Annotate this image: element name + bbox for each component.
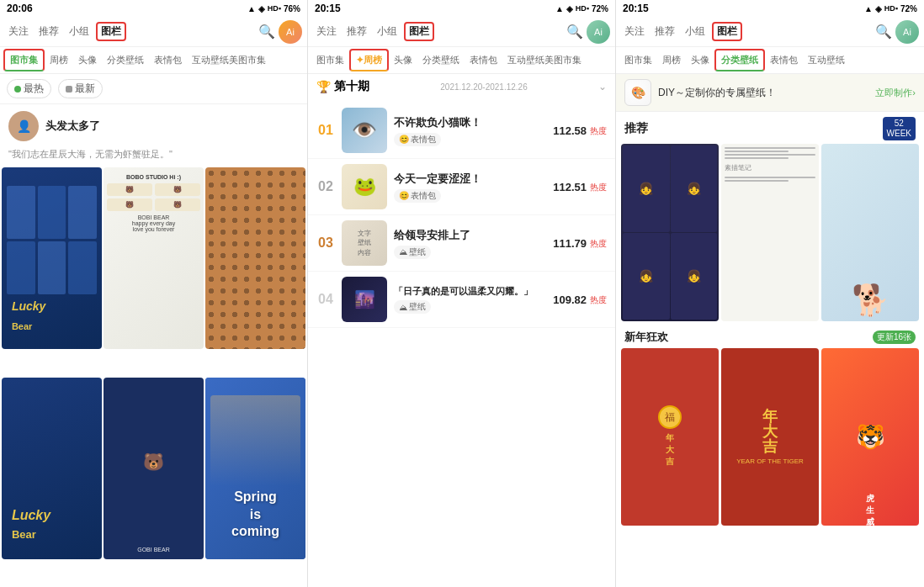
tab-market-3[interactable]: 图市集: [619, 50, 657, 70]
rank-item-2[interactable]: 02 🐸 今天一定要涩涩！ 😊 表情包 112.51 热度: [308, 159, 615, 215]
status-bar-1: 20:06 ▲ ◈ HD▪ 76%: [0, 0, 307, 17]
ny-cell-3[interactable]: 🐯 虎生威: [821, 348, 919, 526]
avatar-2[interactable]: Ai: [587, 20, 610, 44]
rank-date: 2021.12.20-2021.12.26: [440, 82, 527, 92]
nav-recommend-1[interactable]: 推荐: [35, 23, 62, 40]
tab-sticker-1[interactable]: 表情包: [149, 50, 187, 70]
nav-gallery-2[interactable]: 图栏: [404, 22, 434, 41]
filter-new-1[interactable]: 最新: [58, 79, 103, 98]
nav-recommend-2[interactable]: 推荐: [343, 23, 370, 40]
tab-market-2[interactable]: 图市集: [311, 50, 349, 70]
panel-2: 20:15 ▲ ◈ HD▪ 72% 关注 推荐 小组 图栏 🔍 Ai 图市集 ✦…: [308, 0, 616, 587]
rank-hot-4: 热度: [590, 294, 607, 305]
rank-item-3[interactable]: 03 文字壁纸内容 给领导安排上了 ⛰ 壁纸 111.79 热度: [308, 215, 615, 272]
filter-hot-1[interactable]: 最热: [7, 79, 51, 98]
diy-make-button[interactable]: 立即制作: [875, 87, 912, 99]
diy-icon: 🎨: [624, 79, 651, 106]
rank-tag-3: ⛰ 壁纸: [394, 246, 431, 259]
rank-period-label: 第十期: [334, 79, 369, 94]
wp-cell-dog[interactable]: 🐕: [821, 144, 919, 321]
tiger-icon: 🐯: [856, 423, 885, 451]
nav-group-2[interactable]: 小组: [374, 23, 401, 40]
battery-icon-3: 72%: [900, 4, 917, 13]
mountain-icon: ⛰: [399, 247, 407, 256]
tab-sticker-2[interactable]: 表情包: [465, 50, 502, 70]
tab-interactive-1[interactable]: 互动壁纸美图市集: [187, 50, 271, 70]
nav-group-3[interactable]: 小组: [682, 23, 709, 40]
tab-row-1: 图市集 周榜 头像 分类壁纸 表情包 互动壁纸美图市集: [0, 47, 307, 74]
battery-icon: 76%: [284, 4, 300, 13]
image-lucky-bear[interactable]: Lucky Bear: [2, 167, 102, 349]
profile-row-1: 👤 头发太多了: [0, 104, 307, 148]
rank-num-4: 04: [316, 292, 335, 307]
new-sq-icon: [66, 86, 72, 93]
nav-follow-1[interactable]: 关注: [5, 23, 32, 40]
nav-group-1[interactable]: 小组: [66, 23, 93, 40]
diy-banner: 🎨 DIY～定制你的专属壁纸！ 立即制作 ›: [616, 74, 924, 112]
tab-avatar-3[interactable]: 头像: [686, 50, 714, 70]
status-icons-2: ▲ ◈ HD▪ 72%: [555, 4, 608, 13]
panel-1: 20:06 ▲ ◈ HD▪ 76% 关注 推荐 小组 图栏 🔍 Ai 图市集 周…: [0, 0, 308, 587]
tab-avatar-2[interactable]: 头像: [389, 50, 417, 70]
avatar-1[interactable]: Ai: [279, 20, 302, 44]
tab-avatar-1[interactable]: 头像: [73, 50, 102, 70]
image-lucky-bear-2[interactable]: Lucky Bear: [2, 378, 102, 559]
ny-header: 新年狂欢 更新16张: [621, 326, 919, 348]
rank-num-1: 01: [316, 123, 335, 138]
tab-weekly-3[interactable]: 周榜: [657, 50, 686, 70]
ny-cell-1[interactable]: 福 年大吉: [621, 348, 719, 526]
panel-3: 20:15 ▲ ◈ HD▪ 72% 关注 推荐 小组 图栏 🔍 Ai 图市集 周…: [616, 0, 924, 587]
wifi-icon-3: ◈: [875, 4, 882, 13]
trophy-icon: 🏆: [316, 80, 331, 93]
wifi-icon: ◈: [258, 4, 265, 13]
nav-gallery-1[interactable]: 图栏: [96, 22, 126, 41]
tab-row-2: 图市集 ✦周榜 头像 分类壁纸 表情包 互动壁纸美图市集: [308, 47, 615, 74]
tab-sticker-3[interactable]: 表情包: [765, 50, 803, 70]
image-spring[interactable]: Springiscoming: [205, 378, 305, 559]
time-2: 20:15: [315, 3, 341, 14]
wp-cell-anime[interactable]: 👧 👧 👧 👧: [621, 144, 719, 321]
tab-weekly-1[interactable]: 周榜: [45, 50, 73, 70]
avatar-3[interactable]: Ai: [895, 20, 919, 44]
tab-weekly-2[interactable]: ✦周榜: [349, 49, 389, 71]
tab-interactive-2[interactable]: 互动壁纸美图市集: [502, 50, 587, 70]
hd-icon-3: HD▪: [884, 4, 898, 13]
rank-item-1[interactable]: 01 👁️ 不许欺负小猫咪！ 😊 表情包 112.58 热度: [308, 103, 615, 159]
rank-header: 🏆 第十期 2021.12.20-2021.12.26 ⌄: [308, 74, 615, 99]
rank-num-3: 03: [316, 235, 335, 251]
nav-recommend-3[interactable]: 推荐: [651, 23, 678, 40]
nav-bar-2: 关注 推荐 小组 图栏 🔍 Ai: [308, 17, 615, 47]
image-bobo-bear[interactable]: BOBO STUDIO Hi :) 🐻 🐻 🐻 🐻 BOBI BEARhappy…: [104, 167, 204, 349]
nav-bar-1: 关注 推荐 小组 图栏 🔍 Ai: [0, 17, 307, 47]
rank-hot-3: 热度: [590, 237, 607, 249]
signal-icon-2: ▲: [555, 4, 564, 13]
ny-grid: 福 年大吉 年大吉 YEAR OF THE TIGER 🐯 虎生威: [621, 348, 919, 526]
rank-item-4[interactable]: 04 🌆 「日子真的是可以温柔又闪耀。」 ⛰ 壁纸 109.82 热度: [308, 272, 615, 328]
search-icon-3[interactable]: 🔍: [875, 24, 892, 40]
tab-interactive-3[interactable]: 互动壁纸: [803, 50, 850, 70]
rank-tag-1: 😊 表情包: [394, 133, 441, 146]
ny-update-button[interactable]: 更新16张: [873, 331, 916, 344]
nav-follow-3[interactable]: 关注: [621, 23, 648, 40]
nav-gallery-3[interactable]: 图栏: [712, 22, 742, 41]
search-icon-2[interactable]: 🔍: [566, 24, 583, 40]
tab-market-1[interactable]: 图市集: [3, 49, 45, 71]
wp-cell-sketch[interactable]: 素描笔记: [721, 144, 819, 321]
signal-icon: ▲: [247, 4, 256, 13]
nav-follow-2[interactable]: 关注: [313, 23, 340, 40]
image-bobi-bottom[interactable]: 🐻 GOBI BEAR: [104, 378, 204, 559]
rank-hot-1: 热度: [590, 124, 607, 136]
tab-category-1[interactable]: 分类壁纸: [102, 50, 149, 70]
hd-icon: HD▪: [268, 4, 281, 13]
ny-title: 新年狂欢: [624, 330, 668, 345]
ny-cell-2[interactable]: 年大吉 YEAR OF THE TIGER: [721, 348, 819, 526]
tab-category-2[interactable]: 分类壁纸: [417, 50, 465, 70]
filter-row-1: 最热 最新: [0, 74, 307, 104]
rank-thumb-1: 👁️: [342, 108, 387, 153]
tab-category-3[interactable]: 分类壁纸: [714, 49, 765, 71]
image-bear-dots[interactable]: [205, 167, 305, 349]
profile-avatar-1[interactable]: 👤: [8, 111, 39, 141]
search-icon-1[interactable]: 🔍: [258, 24, 275, 40]
recommend-title: 推荐: [624, 121, 648, 136]
rank-chevron-icon[interactable]: ⌄: [598, 81, 607, 93]
